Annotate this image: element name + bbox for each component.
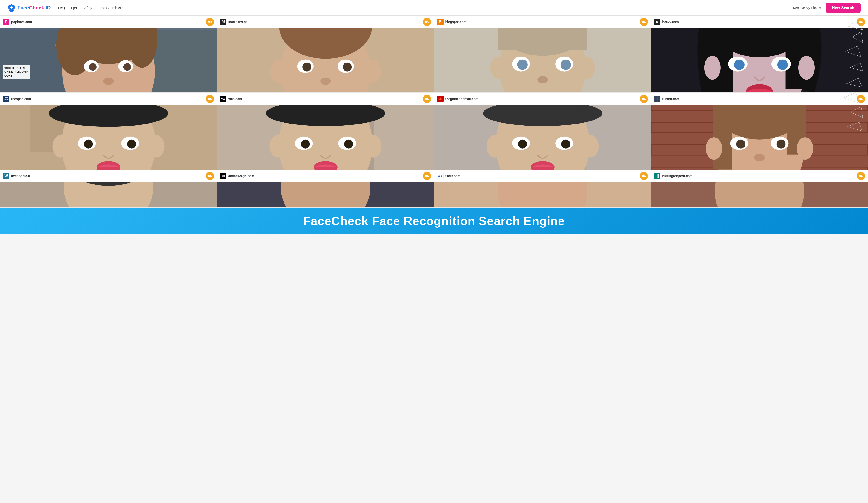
card-image (651, 28, 868, 92)
card-header: VICE vice.com 84 (217, 93, 434, 105)
svg-point-131 (797, 137, 813, 160)
logo-text: FaceCheck.ID (18, 5, 51, 11)
result-card[interactable]: THESPEC thespec.com 84 (0, 93, 217, 170)
svg-point-0 (10, 6, 13, 9)
face-illustration (651, 105, 868, 170)
svg-point-47 (537, 76, 548, 83)
face-illustration (217, 182, 434, 207)
card-image (434, 28, 651, 92)
banner-text: FaceCheck Face Recognition Search Engine (303, 214, 565, 228)
svg-point-45 (517, 60, 527, 70)
nav-tips[interactable]: Tips (70, 6, 77, 10)
bottom-banner: FaceCheck Face Recognition Search Engine (0, 208, 868, 234)
svg-point-94 (269, 135, 286, 157)
svg-point-92 (344, 140, 353, 148)
card-image (217, 105, 434, 170)
svg-point-141 (281, 182, 370, 207)
result-card[interactable]: VICE vice.com 84 (217, 93, 434, 170)
card-image (651, 105, 868, 170)
site-favicon: 🍁 (437, 96, 444, 102)
result-card[interactable]: M macleans.ca 85 (217, 16, 434, 93)
svg-point-60 (777, 60, 788, 70)
result-card[interactable]: abc abcnews.go.com 84 (217, 170, 434, 208)
site-info: huffingtonpost.com (654, 173, 692, 179)
site-name: vice.com (228, 97, 242, 101)
result-card[interactable]: W livepeople.fr 84 (0, 170, 217, 208)
face-illustration (434, 105, 651, 170)
card-header: h. heavy.com 84 (651, 16, 868, 28)
site-favicon: ●● (437, 173, 444, 179)
svg-point-59 (734, 60, 745, 70)
card-header: abc abcnews.go.com 84 (217, 170, 434, 182)
score-badge: 84 (857, 95, 865, 103)
result-card[interactable]: t tumblr.com 84 (651, 93, 868, 170)
face-illustration (434, 182, 651, 207)
site-info: B blogspot.com (437, 19, 466, 25)
svg-rect-103 (504, 105, 581, 116)
site-favicon (654, 173, 660, 179)
svg-point-46 (560, 60, 571, 70)
svg-rect-151 (658, 174, 659, 177)
score-badge: 84 (206, 172, 214, 180)
site-favicon: abc (220, 173, 227, 179)
svg-point-31 (302, 63, 311, 72)
card-header: ●● flickr.com 84 (434, 170, 651, 182)
site-name: huffingtonpost.com (662, 174, 692, 178)
score-badge: 84 (423, 172, 431, 180)
site-name: heavy.com (662, 20, 679, 24)
logo-id-text: .ID (44, 5, 51, 11)
site-name: livepeople.fr (11, 174, 30, 178)
nav-face-search-api[interactable]: Face Search API (98, 6, 124, 10)
face-illustration (0, 28, 217, 92)
svg-point-75 (84, 140, 93, 148)
results-grid: P popbuzz.com 99 (0, 16, 868, 208)
card-image (217, 182, 434, 207)
svg-point-35 (363, 60, 381, 83)
nav-faq[interactable]: FAQ (58, 6, 65, 10)
huffpost-icon (655, 174, 659, 178)
header: FaceCheck.ID FAQ Tips Safety Face Search… (0, 0, 868, 16)
site-favicon: M (220, 19, 227, 25)
card-overlay-text: WHO HERE HASON NETFLIX OH NCORE (2, 65, 30, 79)
svg-rect-87 (287, 105, 364, 116)
new-search-button[interactable]: New Search (826, 3, 861, 13)
nav-safety[interactable]: Safety (82, 6, 92, 10)
site-favicon: W (3, 173, 9, 179)
card-header: B blogspot.com 84 (434, 16, 651, 28)
site-name: tumblr.com (662, 97, 680, 101)
result-card[interactable]: B blogspot.com 84 (434, 16, 651, 93)
score-badge: 84 (640, 172, 648, 180)
nav: FAQ Tips Safety Face Search API (58, 6, 123, 10)
card-header: huffingtonpost.com 84 (651, 170, 868, 182)
site-favicon: THESPEC (3, 96, 9, 102)
logo[interactable]: FaceCheck.ID (7, 4, 51, 12)
result-card[interactable]: 🍁 theglobeandmail.com 84 (434, 93, 651, 170)
svg-point-76 (127, 140, 136, 148)
result-card[interactable]: h. heavy.com 84 (651, 16, 868, 93)
svg-point-130 (706, 137, 722, 160)
site-info: abc abcnews.go.com (220, 173, 254, 179)
svg-point-129 (754, 154, 765, 161)
face-illustration (0, 105, 217, 170)
remove-my-photos-link[interactable]: Remove My Photos (793, 6, 821, 10)
svg-point-127 (736, 140, 745, 148)
site-name: macleans.ca (228, 20, 247, 24)
site-favicon: h. (654, 19, 660, 25)
svg-point-109 (487, 135, 503, 157)
site-name: thespec.com (11, 97, 31, 101)
result-card[interactable]: huffingtonpost.com 84 (651, 170, 868, 208)
main-content: P popbuzz.com 99 (0, 16, 868, 234)
header-left: FaceCheck.ID FAQ Tips Safety Face Search… (7, 4, 123, 12)
svg-point-148 (498, 182, 588, 207)
face-illustration (217, 105, 434, 170)
site-name: popbuzz.com (11, 20, 32, 24)
card-image (434, 182, 651, 207)
site-favicon: VICE (220, 96, 227, 102)
result-card[interactable]: P popbuzz.com 99 (0, 16, 217, 93)
score-badge: 99 (206, 18, 214, 26)
score-badge: 84 (640, 95, 648, 103)
svg-point-34 (270, 60, 288, 83)
card-header: 🍁 theglobeandmail.com 84 (434, 93, 651, 105)
svg-rect-71 (69, 105, 148, 117)
result-card[interactable]: ●● flickr.com 84 (434, 170, 651, 208)
